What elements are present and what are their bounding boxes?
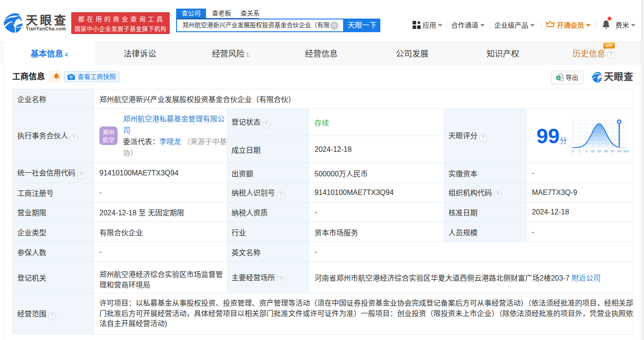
svg-text:X: X bbox=[557, 76, 560, 80]
svg-text:100: 100 bbox=[623, 149, 629, 153]
svg-text:97: 97 bbox=[611, 149, 615, 153]
svg-text:3: 3 bbox=[585, 149, 587, 153]
svg-text:99: 99 bbox=[618, 149, 621, 153]
svg-text:0: 0 bbox=[572, 149, 574, 153]
svg-text:50: 50 bbox=[598, 149, 601, 153]
svg-text:15: 15 bbox=[591, 149, 595, 153]
svg-text:1: 1 bbox=[578, 149, 580, 153]
svg-text:85: 85 bbox=[604, 149, 608, 153]
